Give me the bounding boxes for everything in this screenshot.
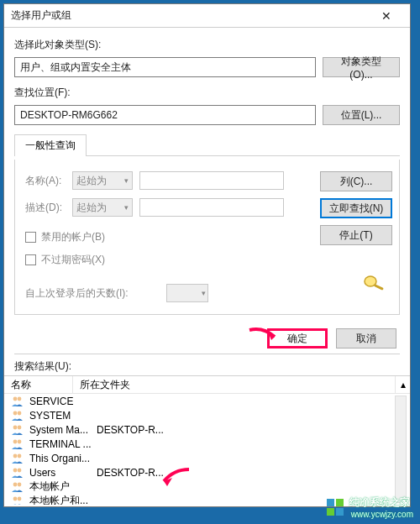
row-folder: DESKTOP-R... bbox=[97, 424, 408, 436]
row-name: TERMINAL ... bbox=[29, 438, 92, 450]
group-icon bbox=[11, 410, 24, 422]
svg-point-6 bbox=[13, 425, 18, 429]
list-item[interactable]: System Ma...DESKTOP-R... bbox=[6, 422, 408, 437]
row-name: 本地帐户 bbox=[29, 479, 92, 494]
stop-button[interactable]: 停止(T) bbox=[320, 225, 392, 245]
list-item[interactable]: UsersDESKTOP-R... bbox=[6, 465, 408, 479]
search-icon bbox=[360, 274, 389, 291]
row-name: Users bbox=[29, 467, 92, 479]
disabled-accounts-checkbox[interactable] bbox=[25, 232, 36, 243]
name-label: 名称(A): bbox=[25, 174, 66, 188]
watermark-url: www.ycwjzy.com bbox=[351, 510, 413, 519]
group-icon bbox=[11, 438, 24, 450]
desc-mode-combo[interactable]: 起始为▾ bbox=[72, 198, 133, 217]
list-item[interactable]: 本地帐户和... bbox=[6, 494, 408, 505]
row-folder: DESKTOP-R... bbox=[97, 467, 408, 479]
svg-point-5 bbox=[18, 411, 22, 415]
query-panel: 名称(A): 起始为▾ 描述(D): 起始为▾ 禁用的帐户(B) bbox=[14, 160, 400, 315]
window-title: 选择用户或组 bbox=[11, 8, 370, 23]
find-now-button[interactable]: 立即查找(N) bbox=[320, 198, 392, 218]
group-icon bbox=[11, 453, 24, 464]
desc-label: 描述(D): bbox=[25, 201, 66, 215]
chevron-down-icon: ▾ bbox=[124, 176, 129, 185]
chevron-down-icon: ▾ bbox=[202, 289, 206, 297]
row-name: SYSTEM bbox=[29, 410, 92, 422]
results-list[interactable]: SERVICESYSTEMSystem Ma...DESKTOP-R...TER… bbox=[6, 394, 408, 505]
close-button[interactable]: ✕ bbox=[370, 7, 403, 25]
svg-point-4 bbox=[13, 411, 18, 415]
object-types-button[interactable]: 对象类型(O)... bbox=[323, 57, 400, 77]
disabled-accounts-label: 禁用的帐户(B) bbox=[41, 230, 105, 244]
list-item[interactable]: SERVICE bbox=[6, 394, 408, 408]
list-item[interactable]: This Organi... bbox=[6, 451, 408, 465]
row-name: SERVICE bbox=[29, 396, 92, 407]
svg-point-17 bbox=[18, 496, 22, 500]
group-icon bbox=[11, 424, 24, 436]
group-icon bbox=[11, 396, 24, 407]
scroll-up-button[interactable]: ▴ bbox=[395, 376, 410, 393]
days-since-logon-spin[interactable]: ▾ bbox=[166, 284, 208, 302]
vertical-scrollbar[interactable] bbox=[395, 396, 407, 503]
results-label: 搜索结果(U): bbox=[4, 354, 410, 375]
svg-point-16 bbox=[13, 496, 18, 500]
svg-point-7 bbox=[18, 425, 22, 429]
svg-point-14 bbox=[13, 482, 18, 486]
tab-common-queries[interactable]: 一般性查询 bbox=[14, 134, 87, 156]
query-tabs: 一般性查询 bbox=[14, 134, 400, 156]
non-expiring-pw-label: 不过期密码(X) bbox=[41, 253, 105, 267]
group-icon bbox=[11, 495, 24, 506]
svg-rect-26 bbox=[336, 508, 344, 516]
svg-point-8 bbox=[13, 439, 18, 443]
row-name: This Organi... bbox=[29, 453, 92, 464]
svg-point-15 bbox=[18, 482, 22, 486]
svg-point-10 bbox=[13, 453, 18, 458]
locations-button[interactable]: 位置(L)... bbox=[323, 105, 400, 125]
non-expiring-pw-checkbox[interactable] bbox=[25, 254, 36, 265]
chevron-down-icon: ▾ bbox=[124, 203, 129, 212]
name-mode-combo[interactable]: 起始为▾ bbox=[72, 171, 133, 190]
list-item[interactable]: 本地帐户 bbox=[6, 479, 408, 494]
cancel-button[interactable]: 取消 bbox=[336, 328, 396, 348]
svg-point-9 bbox=[18, 439, 22, 443]
row-name: 本地帐户和... bbox=[29, 494, 92, 505]
days-since-logon-label: 自上次登录后的天数(I): bbox=[25, 286, 160, 301]
object-type-field[interactable] bbox=[14, 57, 316, 77]
titlebar: 选择用户或组 ✕ bbox=[4, 4, 410, 28]
svg-point-3 bbox=[18, 396, 22, 401]
svg-point-11 bbox=[18, 453, 22, 458]
list-item[interactable]: TERMINAL ... bbox=[6, 437, 408, 451]
location-label: 查找位置(F): bbox=[14, 86, 400, 100]
select-users-groups-dialog: 选择用户或组 ✕ 选择此对象类型(S): 对象类型(O)... 查找位置(F):… bbox=[3, 3, 411, 507]
col-folder[interactable]: 所在文件夹 bbox=[73, 376, 395, 393]
object-type-label: 选择此对象类型(S): bbox=[14, 38, 400, 52]
columns-button[interactable]: 列(C)... bbox=[320, 171, 392, 191]
ok-button[interactable]: 确定 bbox=[267, 328, 328, 348]
svg-rect-25 bbox=[327, 508, 334, 516]
col-name[interactable]: 名称 bbox=[4, 376, 73, 393]
location-field[interactable] bbox=[14, 105, 316, 125]
svg-rect-1 bbox=[374, 284, 384, 291]
svg-point-2 bbox=[13, 396, 18, 401]
group-icon bbox=[11, 467, 24, 479]
group-icon bbox=[11, 481, 24, 493]
results-header: 名称 所在文件夹 ▴ bbox=[4, 375, 410, 394]
svg-point-13 bbox=[18, 468, 22, 472]
svg-point-12 bbox=[13, 468, 18, 472]
desc-input[interactable] bbox=[139, 198, 284, 217]
list-item[interactable]: SYSTEM bbox=[6, 408, 408, 422]
name-input[interactable] bbox=[139, 171, 284, 190]
row-name: System Ma... bbox=[29, 424, 92, 436]
